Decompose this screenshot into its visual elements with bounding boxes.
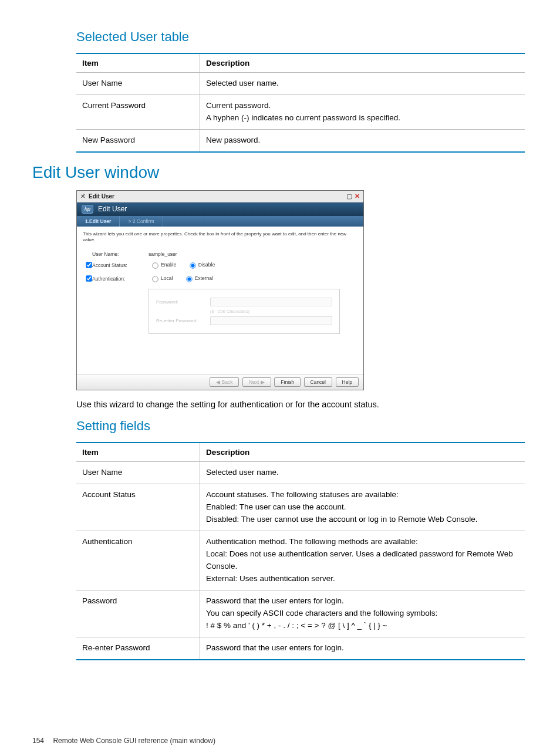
account-status-label: Account Status:	[92, 262, 149, 268]
reenter-password-label: Re-enter Password:	[156, 318, 210, 323]
authentication-label: Authentication:	[92, 276, 149, 282]
hp-logo-icon: hp	[82, 205, 93, 214]
col-item: Item	[76, 53, 200, 73]
cell-desc: Current password.A hyphen (-) indicates …	[200, 94, 525, 129]
cell-item: Authentication	[76, 531, 200, 590]
enable-radio[interactable]	[152, 262, 158, 268]
authentication-checkbox[interactable]	[86, 276, 92, 282]
body-paragraph: Use this wizard to change the setting fo…	[76, 400, 525, 409]
section-heading-selected-user-table: Selected User table	[76, 29, 525, 45]
window-title: Edit User	[89, 193, 344, 200]
enable-label: Enable	[161, 262, 176, 268]
wizard-body: This wizard lets you edit one or more pr…	[77, 227, 363, 374]
cell-item: User Name	[76, 462, 200, 484]
col-description: Description	[200, 53, 525, 73]
major-heading-edit-user-window: Edit User window	[32, 163, 525, 182]
table-row: Authentication Authentication method. Th…	[76, 531, 525, 590]
edit-user-wizard-screenshot: ✕̂ Edit User ▢ ✕ hp Edit User 1.Edit Use…	[76, 190, 364, 391]
disable-radio[interactable]	[190, 262, 195, 268]
external-label: External	[195, 275, 213, 281]
password-panel: Password: (6 - 256 Characters) Re-enter …	[149, 289, 340, 334]
cell-desc: Authentication method. The following met…	[200, 531, 525, 590]
cell-desc: Selected user name.	[200, 73, 525, 95]
cell-desc: Account statuses. The following statuses…	[200, 484, 525, 531]
cell-desc: Selected user name.	[200, 462, 525, 484]
wizard-header-title: Edit User	[98, 205, 127, 213]
table-row: New Password New password.	[76, 129, 525, 151]
close-icon[interactable]: ✕	[355, 193, 360, 200]
wizard-steps: 1.Edit User > 2.Confirm	[77, 216, 363, 227]
account-status-checkbox[interactable]	[86, 262, 92, 268]
setting-fields-table: Item Description User Name Selected user…	[76, 442, 525, 660]
cell-desc: New password.	[200, 129, 525, 151]
window-titlebar: ✕̂ Edit User ▢ ✕	[77, 191, 363, 202]
table-row: Password Password that the user enters f…	[76, 590, 525, 637]
collapse-icon[interactable]: ✕̂	[80, 193, 85, 200]
maximize-icon[interactable]: ▢	[346, 193, 352, 200]
finish-button[interactable]: Finish	[274, 377, 301, 387]
wizard-step-1[interactable]: 1.Edit User	[77, 216, 120, 227]
username-value: sample_user	[149, 251, 177, 257]
help-button[interactable]: Help	[336, 377, 359, 387]
next-button[interactable]: Next ▶	[242, 377, 271, 387]
field-username: User Name: sample_user	[83, 251, 357, 257]
footer-text: Remote Web Console GUI reference (main w…	[53, 737, 215, 745]
section-heading-setting-fields: Setting fields	[76, 418, 525, 434]
reenter-password-input[interactable]	[210, 316, 332, 325]
page-number: 154	[32, 737, 44, 745]
table-row: Re-enter Password Password that the user…	[76, 637, 525, 659]
external-radio[interactable]	[186, 276, 192, 282]
table-row: User Name Selected user name.	[76, 73, 525, 95]
cell-desc: Password that the user enters for login.…	[200, 590, 525, 637]
password-label: Password:	[156, 299, 210, 305]
table-row: User Name Selected user name.	[76, 462, 525, 484]
cancel-button[interactable]: Cancel	[304, 377, 332, 387]
cell-item: Account Status	[76, 484, 200, 531]
col-item: Item	[76, 443, 200, 462]
cell-item: Re-enter Password	[76, 637, 200, 659]
cell-desc: Password that the user enters for login.	[200, 637, 525, 659]
wizard-step-2: > 2.Confirm	[120, 216, 163, 227]
cell-item: Password	[76, 590, 200, 637]
wizard-header: hp Edit User	[77, 202, 363, 216]
table-row: Account Status Account statuses. The fol…	[76, 484, 525, 531]
table-row: Current Password Current password.A hyph…	[76, 94, 525, 129]
password-input[interactable]	[210, 298, 332, 306]
field-account-status: Account Status: Enable Disable	[83, 259, 357, 271]
cell-item: User Name	[76, 73, 200, 95]
col-description: Description	[200, 443, 525, 462]
password-note: (6 - 256 Characters)	[210, 309, 332, 314]
cell-item: New Password	[76, 129, 200, 151]
cell-item: Current Password	[76, 94, 200, 129]
wizard-description: This wizard lets you edit one or more pr…	[83, 231, 357, 244]
local-radio[interactable]	[152, 276, 158, 282]
disable-label: Disable	[198, 262, 215, 268]
back-button[interactable]: ◀ Back	[210, 377, 239, 387]
wizard-footer: ◀ Back Next ▶ Finish Cancel Help	[77, 374, 363, 390]
page-footer: 154 Remote Web Console GUI reference (ma…	[32, 737, 525, 745]
username-label: User Name:	[92, 251, 149, 257]
local-label: Local	[161, 275, 173, 281]
field-authentication: Authentication: Local External	[83, 273, 357, 284]
selected-user-table: Item Description User Name Selected user…	[76, 53, 525, 153]
